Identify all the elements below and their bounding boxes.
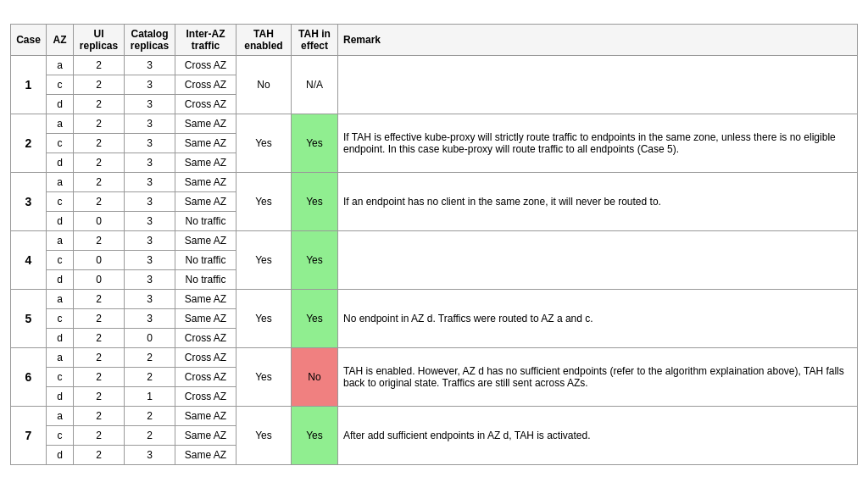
table-row: 2a23Same AZYesYesIf TAH is effective kub…: [11, 114, 858, 133]
az-cell: a: [47, 347, 74, 367]
tah-enabled-cell: Yes: [236, 230, 292, 289]
remark-cell: TAH is enabled. However, AZ d has no suf…: [338, 347, 858, 406]
remark-cell: [338, 55, 858, 114]
az-cell: a: [47, 289, 74, 308]
catalog-replicas-cell: 3: [125, 211, 175, 230]
catalog-replicas-cell: 3: [125, 114, 175, 133]
az-cell: c: [47, 250, 74, 269]
header-remark: Remark: [338, 24, 858, 55]
inter-az-cell: Same AZ: [175, 152, 236, 172]
catalog-replicas-cell: 3: [125, 445, 175, 464]
tah-effect-cell: No: [292, 347, 338, 406]
inter-az-cell: Same AZ: [175, 114, 236, 133]
case-id: 5: [11, 289, 47, 347]
catalog-replicas-cell: 3: [125, 191, 175, 211]
inter-az-cell: Same AZ: [175, 133, 236, 152]
header-catalog-replicas: Catalog replicas: [125, 24, 175, 55]
catalog-replicas-cell: 3: [125, 269, 175, 289]
case-id: 2: [11, 114, 47, 172]
catalog-replicas-cell: 2: [125, 425, 175, 445]
ui-replicas-cell: 2: [74, 367, 125, 386]
inter-az-cell: Same AZ: [175, 445, 236, 464]
ui-replicas-cell: 2: [74, 328, 125, 347]
inter-az-cell: No traffic: [175, 269, 236, 289]
catalog-replicas-cell: 3: [125, 75, 175, 94]
inter-az-cell: Cross AZ: [175, 367, 236, 386]
az-cell: d: [47, 211, 74, 230]
inter-az-cell: Cross AZ: [175, 328, 236, 347]
remark-cell: After add sufficient endpoints in AZ d, …: [338, 406, 858, 464]
catalog-replicas-cell: 3: [125, 308, 175, 328]
ui-replicas-cell: 2: [74, 230, 125, 250]
inter-az-cell: No traffic: [175, 211, 236, 230]
ui-replicas-cell: 2: [74, 152, 125, 172]
remark-cell: If an endpoint has no client in the same…: [338, 172, 858, 230]
case-id: 3: [11, 172, 47, 230]
inter-az-cell: Same AZ: [175, 425, 236, 445]
table-row: 1a23Cross AZNoN/A: [11, 55, 858, 75]
header-inter-az: Inter-AZ traffic: [175, 24, 236, 55]
az-cell: d: [47, 152, 74, 172]
catalog-replicas-cell: 2: [125, 367, 175, 386]
ui-replicas-cell: 2: [74, 289, 125, 308]
catalog-replicas-cell: 2: [125, 347, 175, 367]
az-cell: d: [47, 94, 74, 114]
catalog-replicas-cell: 3: [125, 230, 175, 250]
catalog-replicas-cell: 3: [125, 55, 175, 75]
main-table: Case AZ UI replicas Catalog replicas Int…: [10, 24, 858, 465]
inter-az-cell: Same AZ: [175, 289, 236, 308]
header-ui-replicas: UI replicas: [74, 24, 125, 55]
inter-az-cell: Cross AZ: [175, 347, 236, 367]
case-id: 6: [11, 347, 47, 406]
case-id: 7: [11, 406, 47, 464]
ui-replicas-cell: 2: [74, 308, 125, 328]
inter-az-cell: Cross AZ: [175, 55, 236, 75]
table-row: 6a22Cross AZYesNoTAH is enabled. However…: [11, 347, 858, 367]
inter-az-cell: Same AZ: [175, 230, 236, 250]
inter-az-cell: No traffic: [175, 250, 236, 269]
inter-az-cell: Cross AZ: [175, 75, 236, 94]
inter-az-cell: Same AZ: [175, 191, 236, 211]
ui-replicas-cell: 2: [74, 191, 125, 211]
ui-replicas-cell: 0: [74, 250, 125, 269]
tah-effect-cell: Yes: [292, 230, 338, 289]
az-cell: a: [47, 406, 74, 425]
tah-enabled-cell: Yes: [236, 114, 292, 172]
case-id: 4: [11, 230, 47, 289]
az-cell: a: [47, 114, 74, 133]
az-cell: a: [47, 172, 74, 191]
az-cell: c: [47, 308, 74, 328]
catalog-replicas-cell: 2: [125, 406, 175, 425]
catalog-replicas-cell: 1: [125, 386, 175, 406]
table-row: 4a23Same AZYesYes: [11, 230, 858, 250]
ui-replicas-cell: 2: [74, 386, 125, 406]
tah-effect-cell: N/A: [292, 55, 338, 114]
az-cell: d: [47, 445, 74, 464]
ui-replicas-cell: 2: [74, 445, 125, 464]
ui-replicas-cell: 2: [74, 425, 125, 445]
remark-cell: No endpoint in AZ d. Traffics were route…: [338, 289, 858, 347]
table-row: 5a23Same AZYesYesNo endpoint in AZ d. Tr…: [11, 289, 858, 308]
ui-replicas-cell: 0: [74, 269, 125, 289]
inter-az-cell: Cross AZ: [175, 94, 236, 114]
catalog-replicas-cell: 3: [125, 152, 175, 172]
header-tah-effect: TAH in effect: [292, 24, 338, 55]
ui-replicas-cell: 0: [74, 211, 125, 230]
tah-effect-cell: Yes: [292, 172, 338, 230]
az-cell: d: [47, 386, 74, 406]
az-cell: d: [47, 269, 74, 289]
table-row: 3a23Same AZYesYesIf an endpoint has no c…: [11, 172, 858, 191]
tah-effect-cell: Yes: [292, 289, 338, 347]
ui-replicas-cell: 2: [74, 94, 125, 114]
tah-enabled-cell: Yes: [236, 289, 292, 347]
az-cell: a: [47, 230, 74, 250]
ui-replicas-cell: 2: [74, 75, 125, 94]
catalog-replicas-cell: 3: [125, 289, 175, 308]
tah-enabled-cell: Yes: [236, 172, 292, 230]
header-az: AZ: [47, 24, 74, 55]
remark-cell: If TAH is effective kube-proxy will stri…: [338, 114, 858, 172]
table-row: 7a22Same AZYesYesAfter add sufficient en…: [11, 406, 858, 425]
catalog-replicas-cell: 3: [125, 94, 175, 114]
inter-az-cell: Same AZ: [175, 308, 236, 328]
az-cell: c: [47, 133, 74, 152]
